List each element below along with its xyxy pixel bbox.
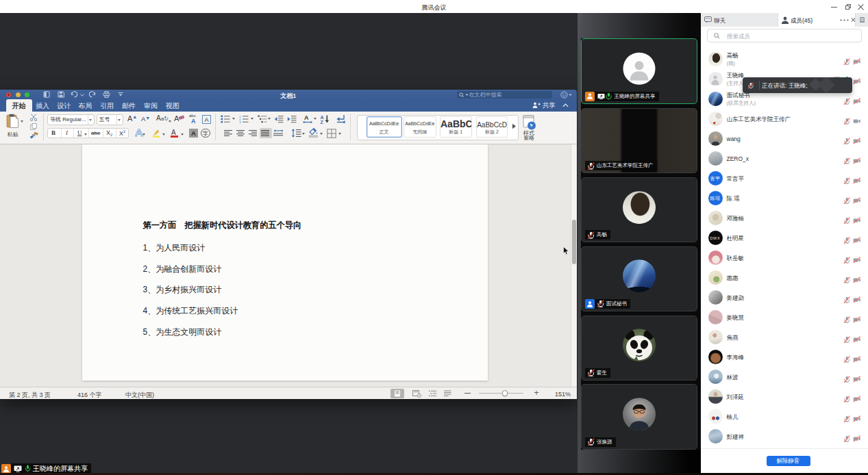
gallery-more-icon[interactable] bbox=[512, 123, 517, 129]
member-mic-muted[interactable] bbox=[843, 175, 851, 187]
word-search-box[interactable]: 在文档中搜索 bbox=[457, 91, 552, 99]
shading-icon[interactable] bbox=[308, 128, 319, 138]
member-row-5[interactable]: wang bbox=[701, 129, 868, 149]
style-pane-icon[interactable] bbox=[523, 115, 536, 131]
minimize-icon[interactable] bbox=[831, 7, 838, 8]
font-name-caret-icon[interactable] bbox=[88, 115, 94, 125]
member-cam-muted[interactable] bbox=[853, 433, 861, 445]
member-cam-muted[interactable] bbox=[853, 175, 861, 187]
member-search-box[interactable]: 搜索成员 bbox=[707, 29, 862, 42]
numbering-icon[interactable]: 123 bbox=[239, 115, 249, 123]
member-row-14[interactable]: 姜晓慧 bbox=[701, 307, 868, 327]
member-mic-muted[interactable] bbox=[843, 393, 851, 405]
member-row-10[interactable]: DMX杜明星 bbox=[701, 228, 868, 248]
view-outline-icon[interactable] bbox=[429, 390, 437, 397]
member-cam-muted[interactable] bbox=[853, 313, 861, 326]
panel-layout-zone[interactable] bbox=[855, 13, 868, 27]
distribute-icon[interactable] bbox=[273, 129, 284, 137]
video-tile-5[interactable]: 窗生 bbox=[581, 316, 697, 381]
more-icon[interactable] bbox=[840, 19, 849, 21]
asian-layout-icon[interactable]: A bbox=[302, 114, 313, 124]
shrink-font-button[interactable]: A▼ bbox=[141, 115, 150, 123]
video-tile-6[interactable]: 张焕源 bbox=[581, 384, 697, 449]
member-row-20[interactable]: 彭建祥 bbox=[701, 426, 868, 446]
ribbon-tab-7[interactable]: 审阅 bbox=[140, 99, 161, 112]
zoom-level[interactable]: 151% bbox=[555, 391, 571, 398]
ribbon-tab-2[interactable]: 插入 bbox=[32, 99, 53, 112]
member-mic-muted[interactable] bbox=[843, 413, 851, 425]
video-tile-2[interactable]: 山东工艺美术学院王传广 bbox=[581, 108, 697, 173]
font-name-combo[interactable]: 等线 Regular... bbox=[47, 114, 95, 125]
ribbon-tab-8[interactable]: 视图 bbox=[162, 99, 183, 112]
underline-button[interactable]: U bbox=[77, 129, 82, 136]
enclose-char-button[interactable]: 字 bbox=[201, 129, 210, 138]
member-row-17[interactable]: 林波 bbox=[701, 367, 868, 387]
tab-chat[interactable]: 聊天 bbox=[701, 13, 778, 27]
member-row-18[interactable]: 刘泽延 bbox=[701, 387, 868, 407]
font-color-button[interactable]: A bbox=[171, 129, 176, 136]
member-cam-muted[interactable] bbox=[853, 95, 861, 107]
grow-font-button[interactable]: A▲ bbox=[127, 114, 137, 123]
video-tile-4[interactable]: 面试秘书 bbox=[581, 246, 697, 311]
status-words[interactable]: 416 个字 bbox=[77, 391, 102, 400]
member-cam-muted[interactable] bbox=[853, 254, 861, 266]
member-mic-muted[interactable] bbox=[843, 55, 851, 68]
style-card-标题 2[interactable]: AaBbCcD标题 2 bbox=[476, 116, 508, 138]
paste-icon[interactable] bbox=[6, 114, 18, 128]
multilevel-icon[interactable] bbox=[258, 115, 267, 123]
sort-icon[interactable]: AZ bbox=[320, 114, 330, 124]
style-pane-label[interactable]: 样式窗格 bbox=[523, 131, 534, 140]
status-page[interactable]: 第 2 页, 共 3 页 bbox=[9, 391, 51, 400]
ribbon-tab-1[interactable]: 开始 bbox=[6, 99, 32, 112]
member-mic-muted[interactable] bbox=[843, 353, 851, 365]
ribbon-tab-4[interactable]: 布局 bbox=[75, 99, 95, 112]
outdent-icon[interactable] bbox=[274, 115, 284, 123]
member-cam-muted[interactable] bbox=[853, 294, 861, 306]
style-card-正文[interactable]: AaBbCcDdEe正文 bbox=[367, 116, 402, 138]
member-cam-muted[interactable] bbox=[853, 194, 861, 207]
member-row-16[interactable]: 李海峰 bbox=[701, 347, 868, 367]
smiley-caret-icon[interactable] bbox=[569, 94, 572, 97]
member-row-6[interactable]: ZERO_x bbox=[701, 149, 868, 168]
ribbon-tab-5[interactable]: 引用 bbox=[97, 99, 117, 112]
video-tile-1[interactable]: 王晓峰的屏幕共享 bbox=[581, 38, 697, 103]
smiley-icon[interactable] bbox=[560, 91, 568, 99]
document-scrollbar-thumb[interactable] bbox=[572, 220, 576, 264]
highlight-icon[interactable] bbox=[151, 128, 161, 138]
unmute-button[interactable]: 解除静音 bbox=[767, 456, 810, 466]
member-mic-muted[interactable] bbox=[843, 115, 851, 127]
zoom-in-button[interactable]: + bbox=[533, 390, 540, 397]
strikethrough-button[interactable]: abe bbox=[91, 130, 100, 136]
close-icon[interactable] bbox=[858, 4, 864, 10]
member-mic-muted[interactable] bbox=[843, 214, 851, 227]
italic-button[interactable]: I bbox=[66, 129, 68, 136]
member-cam-muted[interactable] bbox=[853, 413, 861, 425]
member-mic-muted[interactable] bbox=[843, 155, 851, 167]
member-mic-muted[interactable] bbox=[843, 313, 851, 326]
char-border-button[interactable]: A bbox=[202, 115, 211, 124]
member-mic-muted[interactable] bbox=[843, 95, 851, 107]
member-mic-muted[interactable] bbox=[843, 234, 851, 246]
member-row-13[interactable]: 姜建勋 bbox=[701, 287, 868, 307]
font-size-caret-icon[interactable] bbox=[116, 115, 123, 125]
member-mic-muted[interactable] bbox=[843, 274, 851, 286]
member-list[interactable]: 高畅(我)王晓峰(主持人)面试秘书(联席主持人)山东工艺美术学院王传广wangZ… bbox=[701, 45, 868, 448]
align-right-icon[interactable] bbox=[249, 130, 258, 136]
document-page[interactable]: 第一方面 把握新时代设计教育的五个导向 1、为人民而设计2、为融合创新而设计3、… bbox=[82, 144, 488, 381]
member-row-7[interactable]: 言平常言平 bbox=[701, 168, 868, 188]
member-cam-muted[interactable] bbox=[853, 55, 861, 68]
word-share-button[interactable]: 共享 bbox=[532, 99, 568, 112]
member-mic-muted[interactable] bbox=[843, 254, 851, 266]
paragraph-mark-icon[interactable] bbox=[336, 114, 346, 124]
member-row-4[interactable]: 山东工艺美术学院王传广 bbox=[701, 109, 868, 129]
superscript-button[interactable]: X2 bbox=[119, 129, 125, 137]
member-cam-muted[interactable] bbox=[853, 135, 861, 147]
copy-icon[interactable] bbox=[30, 123, 37, 130]
font-size-combo[interactable]: 五号 bbox=[97, 114, 123, 125]
video-tile-3[interactable]: 高畅 bbox=[581, 177, 697, 242]
change-case-button[interactable]: Aa↻ bbox=[156, 114, 169, 122]
member-mic-muted[interactable] bbox=[843, 373, 851, 385]
paste-label[interactable]: 粘贴 bbox=[8, 131, 18, 138]
status-lang[interactable]: 中文(中国) bbox=[125, 391, 154, 400]
member-cam-muted[interactable] bbox=[853, 75, 861, 88]
